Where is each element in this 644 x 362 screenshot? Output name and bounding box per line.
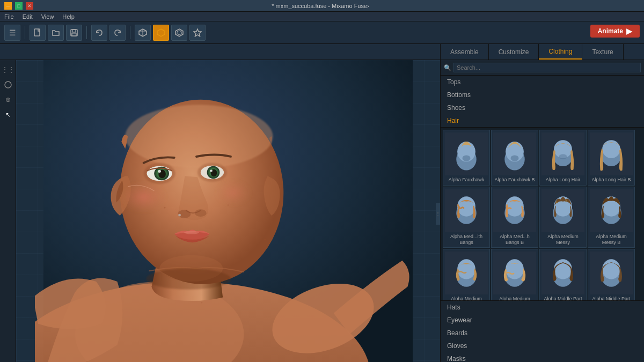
right-panel: 🔍 Tops Bottoms Shoes Hair: [440, 60, 644, 362]
hair-img-longHair: [541, 132, 584, 175]
open-button[interactable]: [48, 25, 64, 41]
search-input[interactable]: [453, 63, 641, 72]
minimize-button[interactable]: ─: [4, 2, 12, 10]
svg-marker-10: [194, 29, 201, 36]
svg-point-53: [457, 197, 475, 217]
category-eyewear[interactable]: Eyewear: [441, 314, 644, 327]
category-tops[interactable]: Tops: [441, 76, 644, 88]
menubar: File Edit View Help: [0, 12, 644, 21]
menu-file[interactable]: File: [4, 13, 14, 20]
svg-marker-9: [177, 31, 181, 35]
sidebar-icon-cursor[interactable]: ↖: [3, 109, 13, 120]
animate-label: Animate: [598, 27, 623, 35]
svg-point-63: [506, 259, 524, 279]
svg-marker-7: [157, 29, 165, 36]
hair-label-medWavyB: Alpha Medium Wavy B: [494, 296, 536, 300]
panel-drag-handle[interactable]: ⋮: [436, 203, 440, 225]
category-beards[interactable]: Beards: [441, 327, 644, 339]
tab-assemble[interactable]: Assemble: [441, 44, 489, 60]
menu-edit[interactable]: Edit: [23, 13, 33, 20]
svg-point-40: [147, 268, 231, 289]
category-gloves[interactable]: Gloves: [441, 339, 644, 352]
wire-cube-button[interactable]: [171, 25, 187, 41]
right-panel-tabs: Assemble Customize Clothing Texture: [440, 44, 644, 60]
hair-row-0: Alpha Fauxhawk Alpha Fauxhawk B: [443, 130, 642, 186]
svg-point-35: [164, 207, 166, 209]
hair-img-medBangsB: [493, 189, 536, 232]
main-content: ⋮⋮ ⊕ ↖: [0, 60, 644, 362]
sidebar-icon-menu[interactable]: ⋮⋮: [3, 64, 13, 75]
svg-point-39: [201, 302, 202, 303]
bottom-category-list: Hats Eyewear Beards Gloves Masks Moustac…: [441, 300, 644, 362]
svg-point-49: [559, 154, 567, 159]
tab-clothing[interactable]: Clothing: [539, 44, 582, 60]
sidebar-icon-add[interactable]: ⊕: [3, 94, 13, 105]
category-hair[interactable]: Hair: [441, 114, 644, 127]
hair-img-fauxhawk: [445, 132, 488, 175]
svg-point-43: [463, 155, 471, 161]
category-masks[interactable]: Masks: [441, 352, 644, 362]
3d-box-button[interactable]: [135, 25, 151, 41]
maximize-button[interactable]: □: [15, 2, 23, 10]
hair-item-fauxhawkB[interactable]: Alpha Fauxhawk B: [491, 130, 538, 186]
hair-item-medBangsB[interactable]: Alpha Med...h Bangs B: [491, 187, 538, 248]
viewport[interactable]: ↗ x ⋮: [16, 60, 440, 362]
hair-label-medWavy: Alpha Medium Wavy: [445, 296, 487, 300]
hair-item-medMessyB[interactable]: Alpha Medium Messy B: [588, 187, 635, 248]
solid-cube-button[interactable]: [153, 25, 169, 41]
hair-item-middlePart[interactable]: Alpha Middle Part: [539, 249, 587, 300]
items-grid[interactable]: Alpha Fauxhawk Alpha Fauxhawk B: [441, 128, 644, 300]
hair-img-longHairB: [590, 132, 633, 175]
window-title: * mxm_succuba.fuse - Mixamo Fuse›: [33, 3, 608, 9]
category-hats[interactable]: Hats: [441, 301, 644, 314]
hair-item-longHairB[interactable]: Alpha Long Hair B: [588, 130, 635, 186]
svg-point-32: [184, 231, 199, 234]
hair-img-medMessyB: [590, 189, 633, 232]
toolbar: ☰ Animate ▶: [0, 21, 644, 44]
hair-img-medMessy: [541, 189, 584, 232]
star-button[interactable]: [189, 25, 206, 41]
hair-item-longHair[interactable]: Alpha Long Hair: [539, 130, 587, 186]
toolbar-sep-3: [130, 26, 130, 39]
redo-button[interactable]: [109, 25, 126, 41]
toolbar-sep-1: [25, 26, 25, 39]
svg-point-31: [215, 180, 252, 206]
svg-point-61: [457, 259, 475, 279]
menu-view[interactable]: View: [41, 13, 54, 20]
hair-img-fauxhawkB: [493, 132, 536, 175]
undo-button[interactable]: [91, 25, 107, 41]
svg-point-16: [125, 105, 273, 168]
search-bar: 🔍: [441, 60, 644, 76]
search-icon: 🔍: [444, 64, 451, 71]
viewport-spacer: [0, 44, 440, 60]
svg-marker-8: [175, 29, 183, 36]
new-button[interactable]: [30, 25, 46, 41]
hair-row-2: Alpha Medium Wavy Alpha Medium Wav: [443, 249, 642, 300]
sidebar-icon-circle[interactable]: [3, 79, 13, 90]
hair-label-longHairB: Alpha Long Hair B: [591, 177, 631, 183]
tab-customize[interactable]: Customize: [489, 44, 539, 60]
category-bottoms[interactable]: Bottoms: [441, 88, 644, 101]
animate-icon: ▶: [626, 27, 632, 35]
hair-img-medBangs: [445, 189, 488, 232]
hair-item-medWavyB[interactable]: Alpha Medium Wavy B: [491, 249, 538, 300]
hair-label-medMessy: Alpha Medium Messy: [542, 234, 584, 246]
save-button[interactable]: [66, 25, 82, 41]
hair-item-medWavy[interactable]: Alpha Medium Wavy: [443, 249, 490, 300]
hair-item-middlePartB[interactable]: Alpha Middle Part B: [588, 249, 635, 300]
menu-help[interactable]: Help: [62, 13, 75, 20]
close-button[interactable]: ✕: [26, 2, 33, 10]
hamburger-button[interactable]: ☰: [4, 25, 20, 41]
left-sidebar: ⋮⋮ ⊕ ↖: [0, 60, 16, 362]
category-shoes[interactable]: Shoes: [441, 101, 644, 114]
tab-texture[interactable]: Texture: [582, 44, 623, 60]
svg-point-26: [210, 170, 213, 172]
hair-item-medMessy[interactable]: Alpha Medium Messy: [539, 187, 587, 248]
hair-img-middlePart: [541, 252, 584, 294]
svg-point-37: [264, 239, 266, 240]
hair-label-fauxhawk: Alpha Fauxhawk: [449, 177, 485, 183]
hair-label-middlePartB: Alpha Middle Part B: [590, 296, 632, 300]
hair-item-medBangs[interactable]: Alpha Med...ith Bangs: [443, 187, 490, 248]
hair-item-fauxhawk[interactable]: Alpha Fauxhawk: [443, 130, 490, 186]
animate-button[interactable]: Animate ▶: [590, 25, 640, 38]
